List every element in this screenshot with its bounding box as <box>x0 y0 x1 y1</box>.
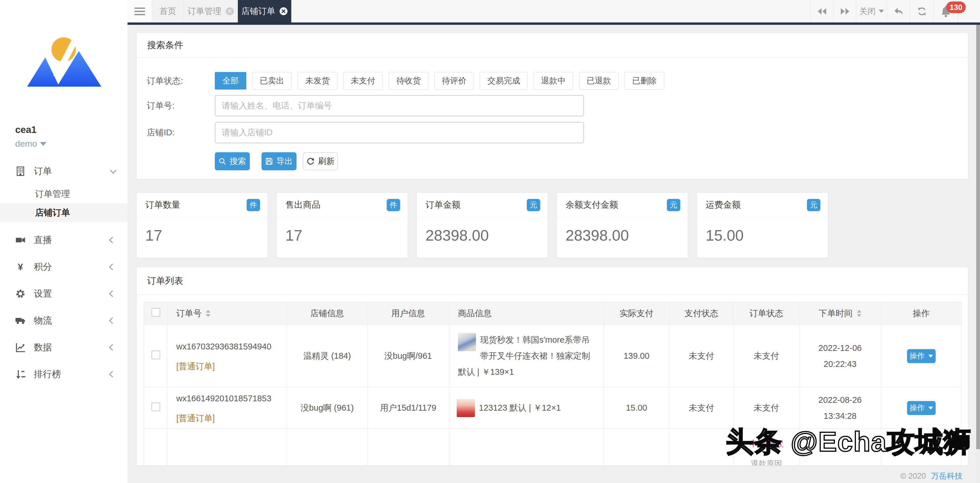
vertical-scrollbar[interactable] <box>976 25 980 483</box>
shop-info: 温精灵 (184) <box>287 325 368 387</box>
status-filter-complete[interactable]: 交易完成 <box>480 72 528 89</box>
caret-down-icon <box>40 142 46 146</box>
tab-label: 首页 <box>159 6 176 17</box>
company-link[interactable]: 万岳科技 <box>931 472 963 480</box>
order-no-input[interactable] <box>215 95 584 116</box>
building-icon <box>15 166 26 176</box>
order-number: wx167032936381594940 <box>176 340 287 353</box>
tab-label: 店铺订单 <box>241 6 275 17</box>
order-type-tag: [普通订单] <box>176 361 287 372</box>
user-info: 用户15d1/1179 <box>368 387 449 429</box>
paid-amount: 139.00 <box>604 325 670 387</box>
undo-button[interactable] <box>887 0 910 22</box>
brand-logo <box>26 37 102 87</box>
sidebar-item-data[interactable]: 数据 <box>0 334 127 361</box>
order-no-label: 订单号: <box>147 95 175 116</box>
stat-card-shipping-fee: 运费金额 元 15.00 <box>697 192 828 258</box>
history-back-button[interactable] <box>810 0 833 22</box>
sidebar: cea1 demo 订 <box>0 0 127 483</box>
sidebar-item-shop-orders[interactable]: 店铺订单 <box>0 203 127 222</box>
shop-id-input[interactable] <box>215 122 584 143</box>
paid-amount: 15.00 <box>604 387 670 429</box>
sidebar-item-live[interactable]: 直播 <box>0 227 127 253</box>
table-row: wx166149201018571853 [普通订单] 没bug啊 (961) … <box>144 387 962 429</box>
col-header-product: 商品信息 <box>449 302 604 325</box>
double-arrow-left-icon <box>817 7 827 16</box>
chevron-left-icon <box>109 237 116 243</box>
stats-row: 订单数量 件 17 售出商品 件 17 订单金额 元 28398.00 余额支付… <box>136 192 828 258</box>
user-info: 没bug啊/961 <box>368 325 449 387</box>
status-filter-deleted[interactable]: 已删除 <box>625 72 664 89</box>
stat-card-order-count: 订单数量 件 17 <box>136 192 268 258</box>
order-status: 未支付 <box>734 387 799 429</box>
order-type-tag: [普通订单] <box>176 412 287 424</box>
sidebar-item-label: 订单 <box>34 165 110 177</box>
sort-icon[interactable] <box>206 310 210 317</box>
footer-copyright: © 2020 万岳科技 <box>900 471 963 481</box>
status-filter-unpaid[interactable]: 未支付 <box>343 72 383 89</box>
status-filter-all[interactable]: 全部 <box>215 72 246 89</box>
order-status-filter-group: 全部 已卖出 未发货 未支付 待收货 待评价 交易完成 退款中 已退款 已删除 <box>215 72 664 89</box>
status-filter-refunded[interactable]: 已退款 <box>579 72 619 89</box>
sidebar-item-label: 直播 <box>34 234 110 246</box>
close-tabs-dropdown[interactable]: 关闭 <box>856 0 887 22</box>
product-image <box>457 399 475 417</box>
stat-title: 运费金额 <box>706 199 741 211</box>
scrollbar-thumb[interactable] <box>976 25 980 449</box>
order-time: 2022-12-06 20:22:43 <box>799 325 881 387</box>
col-header-time[interactable]: 下单时间 <box>799 302 881 325</box>
sidebar-item-logistics[interactable]: 物流 <box>0 307 127 334</box>
notifications-button[interactable]: 130 <box>934 0 958 22</box>
stat-value: 17 <box>137 217 267 244</box>
tab-order-manage[interactable]: 订单管理 <box>184 0 238 22</box>
sidebar-item-order-manage[interactable]: 订单管理 <box>0 184 127 203</box>
row-checkbox[interactable] <box>151 351 160 359</box>
col-label: 下单时间 <box>819 308 853 319</box>
sidebar-username: cea1 <box>15 124 127 136</box>
sidebar-item-settings[interactable]: 设置 <box>0 280 127 307</box>
status-filter-unshipped[interactable]: 未发货 <box>298 72 337 89</box>
order-status-label: 订单状态: <box>147 72 183 89</box>
shop-id-label: 店铺ID: <box>147 122 175 143</box>
select-all-checkbox[interactable] <box>151 308 160 317</box>
product-info: 现货秒发！韩国s'more系带吊带开叉牛仔连衣裙！独家定制 默认 | ￥139×… <box>449 325 604 387</box>
col-header-order-no[interactable]: 订单号 <box>167 302 287 325</box>
status-filter-receiving[interactable]: 待收货 <box>389 72 428 89</box>
sidebar-item-ranking[interactable]: 排行榜 <box>0 361 127 388</box>
product-info: 123123 默认 | ￥12×1 <box>449 387 604 429</box>
row-action-button[interactable]: 操作 <box>907 349 935 363</box>
sort-icon[interactable] <box>857 310 862 317</box>
role-dropdown[interactable]: demo <box>15 138 127 149</box>
refresh-button[interactable] <box>910 0 934 22</box>
status-filter-review[interactable]: 待评价 <box>434 72 474 89</box>
tab-home[interactable]: 首页 <box>152 0 184 22</box>
tab-label: 订单管理 <box>188 6 221 17</box>
search-button[interactable]: 搜索 <box>215 152 250 170</box>
row-action-button[interactable]: 操作 <box>907 401 935 415</box>
stat-card-order-amount: 订单金额 元 28398.00 <box>417 192 548 258</box>
sidebar-item-points[interactable]: ¥ 积分 <box>0 253 127 280</box>
notification-count-badge: 130 <box>946 2 966 13</box>
close-tabs-label: 关闭 <box>859 6 876 17</box>
close-tab-icon[interactable] <box>279 7 288 16</box>
row-checkbox[interactable] <box>151 402 160 411</box>
tab-shop-orders[interactable]: 店铺订单 <box>238 0 291 22</box>
action-label: 操作 <box>910 403 925 413</box>
sidebar-item-orders[interactable]: 订单 <box>0 158 127 184</box>
chart-line-icon <box>15 342 26 353</box>
chevron-left-icon <box>109 291 116 297</box>
status-filter-refunding[interactable]: 退款中 <box>533 72 573 89</box>
export-button-label: 导出 <box>276 156 293 167</box>
export-button[interactable]: 导出 <box>261 152 296 170</box>
hamburger-menu-button[interactable] <box>127 0 152 22</box>
order-clock: 13:34:28 <box>799 408 881 424</box>
search-panel-title: 搜索条件 <box>137 33 968 57</box>
history-forward-button[interactable] <box>833 0 856 22</box>
status-filter-sold[interactable]: 已卖出 <box>252 72 292 89</box>
close-tab-icon[interactable] <box>226 7 234 16</box>
col-header-pay-status: 支付状态 <box>670 302 734 325</box>
order-date: 2022-12-06 <box>799 340 881 356</box>
yen-icon: ¥ <box>15 262 26 272</box>
col-header-user: 用户信息 <box>368 302 449 325</box>
refresh-list-button[interactable]: 刷新 <box>303 152 338 170</box>
